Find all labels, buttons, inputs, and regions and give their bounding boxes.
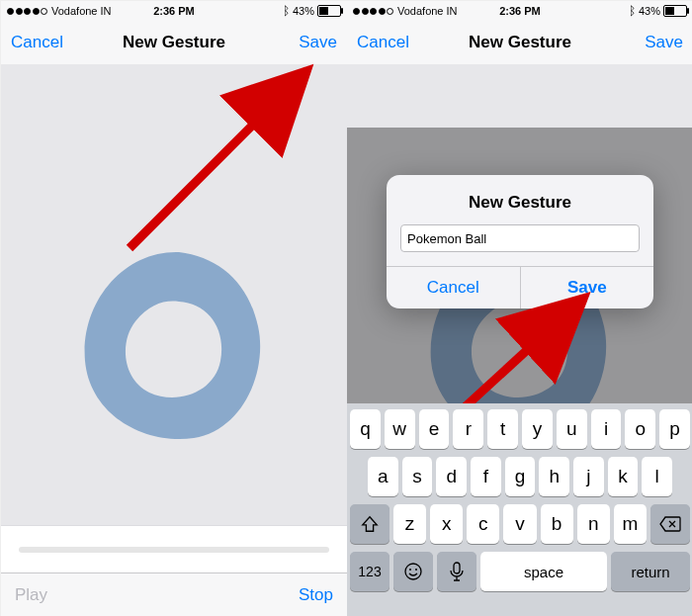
key-l[interactable]: l [642,457,672,496]
carrier-label: Vodafone IN [51,5,112,17]
key-u[interactable]: u [557,409,587,449]
numbers-key[interactable]: 123 [350,552,389,591]
alert-title: New Gesture [387,175,653,224]
gesture-canvas[interactable] [1,64,347,526]
key-y[interactable]: y [522,409,553,449]
key-e[interactable]: e [419,409,450,449]
progress-track[interactable] [19,547,329,553]
key-c[interactable]: c [467,504,499,544]
keyboard: qwertyuiop asdfghjkl zxcvbnm 123 space r… [347,403,692,616]
key-n[interactable]: n [577,504,610,544]
key-a[interactable]: a [368,457,398,496]
key-q[interactable]: q [350,409,381,449]
key-v[interactable]: v [503,504,536,544]
space-key[interactable]: space [480,552,607,591]
save-button[interactable]: Save [299,33,337,52]
nav-bar: Cancel New Gesture Save [347,21,692,65]
key-b[interactable]: b [541,504,573,544]
gesture-name-input[interactable] [400,224,640,252]
bluetooth-icon: ᛒ [283,5,290,17]
key-p[interactable]: p [659,409,690,449]
signal-strength-icon [7,8,47,15]
svg-point-2 [405,564,421,579]
stop-button[interactable]: Stop [299,585,333,605]
cancel-button[interactable]: Cancel [357,33,409,52]
return-key[interactable]: return [611,552,690,591]
key-j[interactable]: j [573,457,604,496]
nav-title: New Gesture [123,33,225,52]
key-r[interactable]: r [453,409,483,449]
battery-icon [663,5,687,17]
svg-point-3 [409,569,411,571]
key-k[interactable]: k [608,457,639,496]
cancel-button[interactable]: Cancel [11,33,63,52]
alert-save-button[interactable]: Save [520,267,654,308]
clock: 2:36 PM [499,5,541,17]
status-bar: Vodafone IN 2:36 PM ᛒ 43% [1,1,347,21]
gesture-stroke [70,232,278,460]
progress-bar-area [1,525,347,573]
alert-cancel-button[interactable]: Cancel [387,267,520,308]
battery-percent: 43% [639,5,660,17]
clock: 2:36 PM [153,5,195,17]
key-t[interactable]: t [487,409,518,449]
key-g[interactable]: g [505,457,536,496]
key-i[interactable]: i [591,409,622,449]
name-gesture-alert: New Gesture Cancel Save [387,175,653,308]
battery-percent: 43% [293,5,314,17]
nav-bar: Cancel New Gesture Save [1,21,347,65]
nav-title: New Gesture [469,33,571,52]
key-d[interactable]: d [436,457,467,496]
signal-strength-icon [353,8,393,15]
status-bar: Vodafone IN 2:36 PM ᛒ 43% [347,1,692,21]
key-s[interactable]: s [402,457,433,496]
svg-point-4 [415,569,417,571]
backspace-key[interactable] [650,504,690,544]
svg-rect-5 [454,563,460,573]
play-button[interactable]: Play [15,585,47,605]
key-h[interactable]: h [539,457,569,496]
key-w[interactable]: w [385,409,415,449]
bluetooth-icon: ᛒ [629,5,636,17]
key-z[interactable]: z [393,504,426,544]
shift-key[interactable] [350,504,389,544]
emoji-key[interactable] [393,552,433,591]
key-f[interactable]: f [471,457,501,496]
key-x[interactable]: x [430,504,463,544]
save-button[interactable]: Save [645,33,683,52]
dictation-key[interactable] [437,552,476,591]
battery-icon [317,5,341,17]
key-o[interactable]: o [625,409,655,449]
key-m[interactable]: m [614,504,647,544]
carrier-label: Vodafone IN [397,5,458,17]
bottom-toolbar: Play Stop [1,572,347,616]
